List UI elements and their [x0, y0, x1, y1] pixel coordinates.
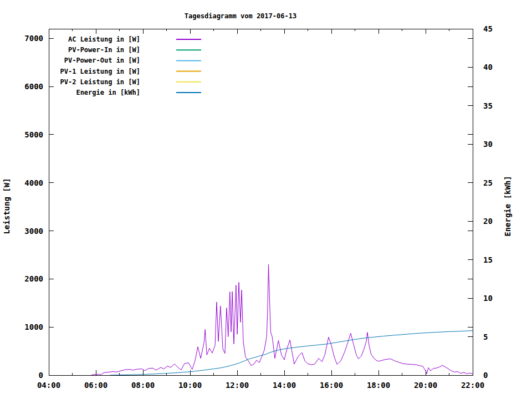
y-left-axis-title: Leistung [W]: [2, 178, 11, 234]
x-tick-label: 04:00: [37, 381, 60, 390]
y-right-tick-label: 10: [483, 294, 493, 303]
y-right-tick-label: 30: [483, 140, 493, 149]
y-left-tick-label: 5000: [24, 130, 43, 139]
legend-item-label: Energie in [kWh]: [76, 89, 140, 96]
daily-pv-diagram: Tagesdiagramm vom 2017-06-13 Leistung [W…: [0, 0, 532, 399]
y-left-tick-label: 6000: [24, 82, 43, 91]
chart-title: Tagesdiagramm vom 2017-06-13: [185, 12, 296, 20]
x-tick-label: 20:00: [414, 381, 437, 390]
x-tick-label: 14:00: [273, 381, 296, 390]
y-right-tick-label: 35: [483, 101, 493, 110]
y-right-tick-label: 45: [483, 24, 493, 33]
legend-item-label: AC Leistung in [W]: [68, 35, 140, 43]
y-right-tick-label: 20: [483, 217, 493, 226]
y-right-tick-label: 25: [483, 178, 493, 187]
y-right-axis-title: Energie [kWh]: [503, 176, 512, 237]
legend-item-label: PV-1 Leistung in [W]: [60, 68, 141, 75]
x-tick-label: 18:00: [367, 381, 390, 390]
x-tick-label: 08:00: [131, 381, 155, 390]
x-tick-label: 06:00: [84, 381, 108, 390]
x-tick-label: 16:00: [320, 381, 343, 390]
y-right-tick-label: 0: [483, 371, 488, 380]
y-right-tick-label: 5: [483, 332, 488, 341]
y-left-tick-label: 2000: [24, 274, 43, 283]
y-right-tick-label: 15: [483, 255, 493, 264]
y-left-tick-label: 1000: [24, 323, 43, 331]
y-left-tick-label: 4000: [24, 178, 43, 187]
x-tick-label: 22:00: [461, 381, 484, 390]
legend-item-label: PV-2 Leistung in [W]: [60, 78, 141, 86]
x-tick-label: 12:00: [226, 381, 249, 390]
legend-item-label: PV-Power-Out in [W]: [64, 57, 140, 64]
y-right-tick-label: 40: [483, 63, 493, 71]
y-left-tick-label: 7000: [24, 34, 43, 43]
y-left-tick-label: 3000: [24, 227, 43, 236]
legend-item-label: PV-Power-In in [W]: [68, 46, 140, 54]
y-left-tick-label: 0: [39, 371, 43, 380]
x-tick-label: 10:00: [178, 381, 202, 390]
